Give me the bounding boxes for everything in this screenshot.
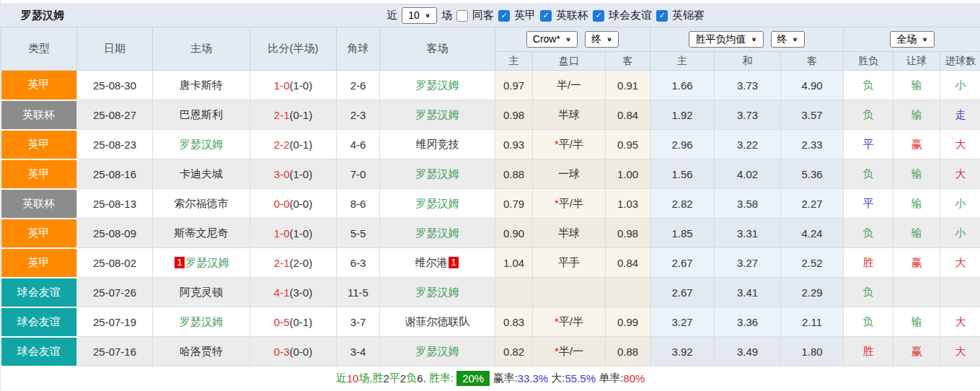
- subheader-asian-away: 客: [606, 52, 650, 71]
- fulltime-score: 2-1: [274, 109, 290, 121]
- euro-home-odds: 2.67: [650, 278, 715, 307]
- same-opponent-label: 同客: [472, 9, 494, 22]
- halftime-score: (0-1): [290, 316, 313, 328]
- fulltime-score: 4-1: [274, 286, 290, 299]
- asian-company-select[interactable]: Crow*∨: [526, 31, 578, 48]
- subheader-euro-draw: 和: [715, 52, 781, 71]
- asian-away-odds: 1.00: [606, 159, 650, 189]
- league-filter-label-1: 英甲: [514, 9, 536, 22]
- asian-home-odds: 1.04: [495, 248, 533, 278]
- euro-home-odds: 3.92: [650, 337, 715, 366]
- away-team-cell: 罗瑟汉姆: [380, 189, 495, 219]
- score-cell: 2-2(0-1): [250, 130, 337, 159]
- same-opponent-checkbox[interactable]: [456, 10, 468, 22]
- handicap-result-cell: 赢: [893, 337, 940, 366]
- corner-score: 2-6: [337, 71, 380, 100]
- score-cell: 3-0(1-0): [250, 159, 337, 189]
- away-team-cell: 罗瑟汉姆: [380, 337, 495, 366]
- league-filter-label-4: 英锦赛: [672, 9, 705, 22]
- score-cell: 0-3(0-0): [250, 337, 337, 366]
- home-team-cell: 罗瑟汉姆: [153, 307, 250, 337]
- league-type-badge: 英甲: [1, 219, 77, 248]
- euro-odds-type-select[interactable]: 胜平负均值∨: [689, 31, 763, 48]
- handicap-result-cell: 赢: [893, 248, 940, 278]
- result-cell: 负: [844, 71, 893, 100]
- away-team-cell: 罗瑟汉姆: [380, 219, 495, 248]
- asian-away-odds: 0.95: [606, 130, 650, 159]
- match-date: 25-08-27: [77, 100, 153, 130]
- euro-home-odds: 3.27: [650, 307, 715, 337]
- match-date: 25-08-23: [77, 130, 153, 159]
- chevron-down-icon: ∨: [425, 11, 431, 21]
- score-cell: 4-1(3-0): [250, 278, 337, 307]
- euro-draw-odds: 3.41: [715, 278, 781, 307]
- page-title: 罗瑟汉姆: [1, 9, 64, 22]
- handicap-text: 平/半: [559, 138, 583, 150]
- league-filter-checkbox-2[interactable]: [540, 10, 552, 22]
- euro-away-odds: 1.80: [781, 337, 844, 366]
- subheader-asian-home: 主: [495, 52, 533, 71]
- handicap-result-cell: 输: [893, 159, 940, 189]
- asian-home-odds: 0.82: [495, 337, 533, 366]
- summary-segment: 近: [336, 372, 347, 385]
- home-team-cell: 哈洛贾特: [153, 337, 250, 366]
- result-cell: 平: [844, 189, 893, 219]
- goals-result-cell: 小: [940, 71, 980, 100]
- euro-draw-odds: 3.31: [715, 219, 781, 248]
- table-row: 英甲 25-08-02 1罗瑟汉姆 2-1(2-0) 6-3 维尔港1 1.04…: [1, 248, 980, 278]
- result-cell: 负: [844, 278, 893, 307]
- asian-home-odds: [495, 278, 533, 307]
- league-type-badge: 球会友谊: [1, 278, 77, 307]
- euro-draw-odds: 3.49: [715, 337, 781, 366]
- euro-home-odds: 2.67: [650, 248, 715, 278]
- halftime-score: (2-0): [290, 257, 313, 269]
- asian-away-odds: 0.91: [606, 71, 650, 100]
- summary-segment: 80%: [623, 372, 645, 385]
- table-row: 英甲 25-08-09 斯蒂文尼奇 1-0(1-0) 5-5 罗瑟汉姆 0.90…: [1, 219, 980, 248]
- corner-score: 7-0: [337, 159, 380, 189]
- euro-draw-odds: 3.22: [715, 130, 781, 159]
- fulltime-score: 0-5: [274, 316, 290, 328]
- euro-home-odds: 2.96: [650, 130, 715, 159]
- away-team-name: 罗瑟汉姆: [416, 286, 459, 298]
- euro-time-select[interactable]: 终∨: [771, 31, 805, 48]
- euro-away-odds: 2.27: [781, 189, 844, 219]
- euro-draw-odds: 3.58: [715, 189, 781, 219]
- league-filter-checkbox-1[interactable]: [498, 10, 510, 22]
- home-team-name: 罗瑟汉姆: [180, 315, 223, 328]
- goals-result-cell: 大: [940, 130, 980, 159]
- euro-time-value: 终: [777, 33, 787, 45]
- handicap-text: 半球: [558, 108, 580, 120]
- score-cell: 2-1(0-1): [250, 100, 337, 130]
- euro-away-odds: 4.90: [781, 71, 844, 100]
- scope-select[interactable]: 全场∨: [890, 31, 934, 48]
- handicap-result-cell: 输: [893, 100, 940, 130]
- handicap-result-cell: 输: [893, 189, 940, 219]
- result-cell: 负: [844, 100, 893, 130]
- asian-home-odds: 0.97: [495, 71, 533, 100]
- halftime-score: (1-0): [290, 168, 313, 180]
- asian-time-select[interactable]: 终∨: [585, 31, 619, 48]
- away-team-name: 罗瑟汉姆: [416, 108, 459, 120]
- away-team-cell: 罗瑟汉姆: [380, 71, 495, 100]
- col-header-corner: 角球: [337, 27, 380, 71]
- recent-count-select[interactable]: 10∨: [402, 7, 437, 24]
- red-card-badge: 1: [175, 257, 184, 268]
- home-team-name: 阿克灵顿: [180, 286, 223, 298]
- col-header-home: 主场: [153, 27, 250, 71]
- away-team-name: 罗瑟汉姆: [416, 227, 459, 239]
- league-filter-checkbox-4[interactable]: [656, 10, 668, 22]
- home-team-cell: 阿克灵顿: [153, 278, 250, 307]
- halftime-score: (0-0): [290, 346, 313, 358]
- euro-odds-group-header: 胜平负均值∨ 终∨: [650, 27, 844, 52]
- league-filter-checkbox-3[interactable]: [593, 10, 604, 22]
- recent-count-value: 10: [408, 9, 420, 22]
- match-history-panel: 罗瑟汉姆 近 10∨ 场 同客 英甲 英联杯 球会友谊 英锦赛 类型: [0, 0, 980, 391]
- summary-segment: 大:: [548, 372, 565, 385]
- handicap-text: 平/半: [559, 315, 583, 328]
- handicap-result-cell: 输: [893, 71, 940, 100]
- corner-score: 3-4: [337, 337, 380, 366]
- asian-handicap: [533, 278, 606, 307]
- asian-away-odds: 0.84: [606, 100, 650, 130]
- fulltime-score: 0-0: [274, 198, 290, 210]
